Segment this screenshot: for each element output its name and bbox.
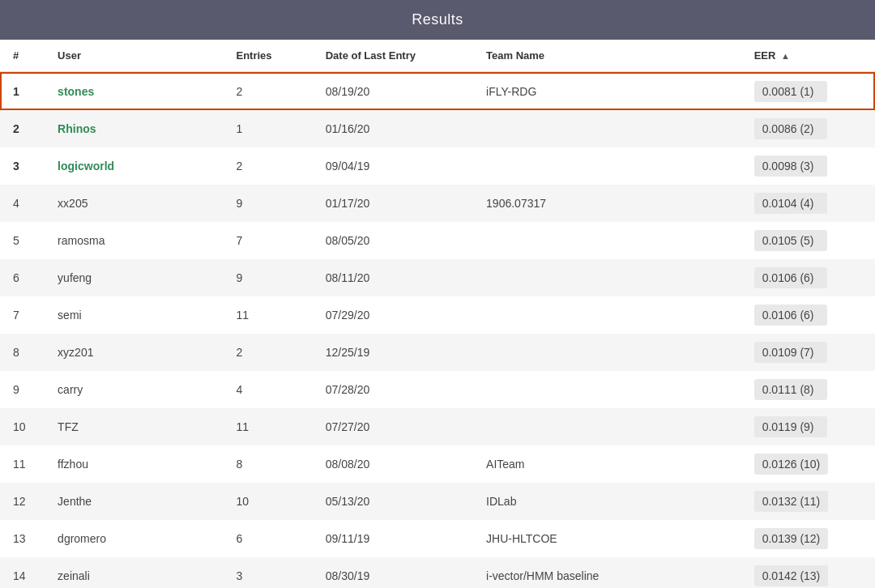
entries-cell: 6 (224, 520, 313, 557)
col-header-num: # (0, 40, 45, 72)
user-cell: logicworld (45, 147, 223, 185)
rank-cell: 10 (0, 408, 45, 445)
table-row: 8xyz201212/25/190.0109 (7) (0, 334, 875, 371)
eer-cell: 0.0139 (12) (741, 520, 875, 557)
table-row: 10TFZ1107/27/200.0119 (9) (0, 408, 875, 445)
rank-cell: 9 (0, 371, 45, 408)
eer-cell: 0.0105 (5) (741, 222, 875, 259)
rank-cell: 11 (0, 445, 45, 483)
eer-cell: 0.0109 (7) (741, 334, 875, 371)
user-cell: ramosma (45, 222, 223, 259)
rank-cell: 7 (0, 296, 45, 334)
date-cell: 12/25/19 (313, 334, 473, 371)
eer-cell: 0.0106 (6) (741, 259, 875, 296)
team-cell (473, 296, 741, 334)
rank-cell: 8 (0, 334, 45, 371)
table-row: 12Jenthe1005/13/20IDLab0.0132 (11) (0, 483, 875, 520)
sort-asc-icon: ▲ (781, 51, 790, 61)
entries-cell: 2 (224, 334, 313, 371)
user-cell: yufeng (45, 259, 223, 296)
table-row: 11ffzhou808/08/20AITeam0.0126 (10) (0, 445, 875, 483)
date-cell: 08/05/20 (313, 222, 473, 259)
team-cell (473, 147, 741, 185)
team-cell (473, 334, 741, 371)
col-header-eer[interactable]: EER ▲ (741, 40, 875, 72)
date-cell: 01/16/20 (313, 110, 473, 147)
date-cell: 08/30/19 (313, 557, 473, 588)
entries-cell: 2 (224, 72, 313, 110)
user-cell: TFZ (45, 408, 223, 445)
user-cell: Jenthe (45, 483, 223, 520)
user-cell: dgromero (45, 520, 223, 557)
user-cell: xx205 (45, 185, 223, 222)
team-cell: i-vector/HMM baseline (473, 557, 741, 588)
entries-cell: 9 (224, 259, 313, 296)
eer-cell: 0.0111 (8) (741, 371, 875, 408)
rank-cell: 12 (0, 483, 45, 520)
user-cell: zeinali (45, 557, 223, 588)
eer-cell: 0.0132 (11) (741, 483, 875, 520)
eer-cell: 0.0081 (1) (741, 72, 875, 110)
date-cell: 08/08/20 (313, 445, 473, 483)
eer-cell: 0.0104 (4) (741, 185, 875, 222)
user-cell: Rhinos (45, 110, 223, 147)
rank-cell: 1 (0, 72, 45, 110)
entries-cell: 4 (224, 371, 313, 408)
date-cell: 08/11/20 (313, 259, 473, 296)
user-cell: carry (45, 371, 223, 408)
entries-cell: 11 (224, 408, 313, 445)
col-header-date: Date of Last Entry (313, 40, 473, 72)
date-cell: 09/11/19 (313, 520, 473, 557)
date-cell: 07/28/20 (313, 371, 473, 408)
team-cell (473, 222, 741, 259)
eer-cell: 0.0106 (6) (741, 296, 875, 334)
eer-cell: 0.0142 (13) (741, 557, 875, 588)
date-cell: 08/19/20 (313, 72, 473, 110)
eer-cell: 0.0086 (2) (741, 110, 875, 147)
col-header-team: Team Name (473, 40, 741, 72)
table-row: 7semi1107/29/200.0106 (6) (0, 296, 875, 334)
rank-cell: 3 (0, 147, 45, 185)
table-row: 3logicworld209/04/190.0098 (3) (0, 147, 875, 185)
table-row: 5ramosma708/05/200.0105 (5) (0, 222, 875, 259)
date-cell: 01/17/20 (313, 185, 473, 222)
rank-cell: 13 (0, 520, 45, 557)
team-cell: IDLab (473, 483, 741, 520)
user-cell: ffzhou (45, 445, 223, 483)
eer-cell: 0.0119 (9) (741, 408, 875, 445)
date-cell: 05/13/20 (313, 483, 473, 520)
team-cell: iFLY-RDG (473, 72, 741, 110)
eer-cell: 0.0098 (3) (741, 147, 875, 185)
team-cell (473, 371, 741, 408)
entries-cell: 8 (224, 445, 313, 483)
team-cell: JHU-HLTCOE (473, 520, 741, 557)
date-cell: 09/04/19 (313, 147, 473, 185)
entries-cell: 10 (224, 483, 313, 520)
table-row: 1stones208/19/20iFLY-RDG0.0081 (1) (0, 72, 875, 110)
team-cell (473, 408, 741, 445)
page-title: Results (0, 0, 875, 40)
rank-cell: 2 (0, 110, 45, 147)
user-cell: xyz201 (45, 334, 223, 371)
table-row: 2Rhinos101/16/200.0086 (2) (0, 110, 875, 147)
entries-cell: 9 (224, 185, 313, 222)
table-row: 6yufeng908/11/200.0106 (6) (0, 259, 875, 296)
col-header-entries: Entries (224, 40, 313, 72)
team-cell: AITeam (473, 445, 741, 483)
entries-cell: 2 (224, 147, 313, 185)
entries-cell: 11 (224, 296, 313, 334)
table-row: 13dgromero609/11/19JHU-HLTCOE0.0139 (12) (0, 520, 875, 557)
entries-cell: 7 (224, 222, 313, 259)
user-cell: stones (45, 72, 223, 110)
table-row: 14zeinali308/30/19i-vector/HMM baseline0… (0, 557, 875, 588)
team-cell (473, 259, 741, 296)
table-row: 4xx205901/17/201906.073170.0104 (4) (0, 185, 875, 222)
table-row: 9carry407/28/200.0111 (8) (0, 371, 875, 408)
date-cell: 07/27/20 (313, 408, 473, 445)
col-header-user: User (45, 40, 223, 72)
rank-cell: 5 (0, 222, 45, 259)
team-cell: 1906.07317 (473, 185, 741, 222)
team-cell (473, 110, 741, 147)
rank-cell: 14 (0, 557, 45, 588)
rank-cell: 6 (0, 259, 45, 296)
